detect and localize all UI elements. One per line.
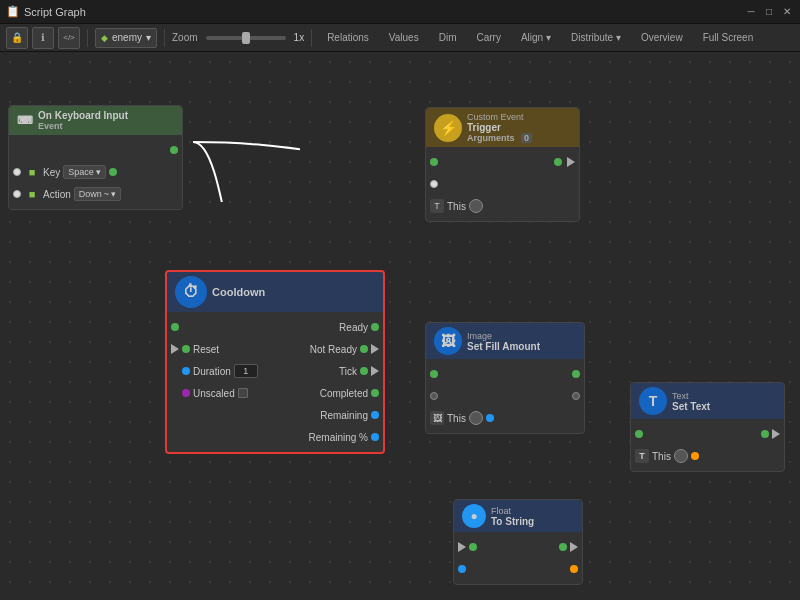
keyboard-title: On Keyboard Input — [38, 110, 128, 121]
float-flow-row — [454, 536, 582, 558]
key-out-port[interactable] — [109, 168, 117, 176]
event-flow-in[interactable] — [430, 158, 438, 166]
lock-button[interactable]: 🔒 — [6, 27, 28, 49]
custom-event-header: ⚡ Custom Event Trigger Arguments 0 — [426, 108, 579, 147]
float-exec-in[interactable] — [458, 542, 466, 552]
align-button[interactable]: Align ▾ — [513, 28, 559, 48]
cooldown-node: ⏱ Cooldown Ready Reset Not Ready — [165, 270, 385, 454]
image-flow-row — [426, 363, 584, 385]
cooldown-title: Cooldown — [212, 286, 265, 298]
key-in-port[interactable] — [13, 168, 21, 176]
enemy-dropdown[interactable]: ◆ enemy ▾ — [95, 28, 157, 48]
zoom-slider[interactable] — [206, 36, 286, 40]
action-icon: ■ — [24, 186, 40, 202]
carry-button[interactable]: Carry — [468, 28, 508, 48]
cd-tick-exec[interactable] — [371, 366, 379, 376]
keyboard-input-node: ⌨ On Keyboard Input Event ■ Key Space ▾ — [8, 105, 183, 210]
close-button[interactable]: ✕ — [780, 5, 794, 19]
text-node: T Text Set Text T This — [630, 382, 785, 472]
keyboard-out-port[interactable] — [170, 146, 178, 154]
event-empty-row — [426, 173, 579, 195]
img-flow-out[interactable] — [572, 370, 580, 378]
cd-remaining-pct-out[interactable] — [371, 433, 379, 441]
overview-button[interactable]: Overview — [633, 28, 691, 48]
float-flow-in[interactable] — [469, 543, 477, 551]
cooldown-remaining-pct-row: Remaining % — [167, 426, 383, 448]
this-icon-event: T — [430, 199, 444, 213]
img-flow-in[interactable] — [430, 370, 438, 378]
txt-this-port[interactable] — [674, 449, 688, 463]
values-button[interactable]: Values — [381, 28, 427, 48]
key-label: Key — [43, 167, 60, 178]
action-dropdown[interactable]: Down ~ ▾ — [74, 187, 121, 201]
fullscreen-button[interactable]: Full Screen — [695, 28, 762, 48]
cd-remaining-out[interactable] — [371, 411, 379, 419]
txt-flow-in[interactable] — [635, 430, 643, 438]
text-header: T Text Set Text — [631, 383, 784, 419]
duration-input[interactable]: 1 — [234, 364, 258, 378]
tick-label: Tick — [310, 366, 357, 377]
event-flow-out[interactable] — [554, 158, 562, 166]
text-this-label: This — [652, 451, 671, 462]
key-dropdown[interactable]: Space ▾ — [63, 165, 106, 179]
cd-exec-out[interactable] — [371, 344, 379, 354]
float-node: ● Float To String — [453, 499, 583, 585]
unscaled-checkbox[interactable] — [238, 388, 248, 398]
float-body — [454, 532, 582, 584]
maximize-button[interactable]: □ — [762, 5, 776, 19]
info-button[interactable]: ℹ — [32, 27, 54, 49]
remaining-pct-label: Remaining % — [271, 432, 368, 443]
canvas[interactable]: ⌨ On Keyboard Input Event ■ Key Space ▾ — [0, 52, 800, 600]
img-this-port[interactable] — [469, 411, 483, 425]
keyboard-key-row: ■ Key Space ▾ — [9, 161, 182, 183]
cooldown-reset-row: Reset Not Ready — [167, 338, 383, 360]
custom-event-subtitle: Custom Event — [467, 112, 532, 122]
not-ready-label: Not Ready — [291, 344, 357, 355]
txt-exec-out[interactable] — [772, 429, 780, 439]
keyboard-icon: ⌨ — [17, 113, 33, 129]
float-val-in[interactable] — [458, 565, 466, 573]
image-node: 🖼 Image Set Fill Amount 🖼 This — [425, 322, 585, 434]
cd-flow-in[interactable] — [171, 323, 179, 331]
event-this-port[interactable] — [469, 199, 483, 213]
cooldown-remaining-row: Remaining — [167, 404, 383, 426]
event-exec-out[interactable] — [567, 157, 575, 167]
txt-orange-in[interactable] — [691, 452, 699, 460]
minimize-button[interactable]: ─ — [744, 5, 758, 19]
code-button[interactable]: </> — [58, 27, 80, 49]
this-icon-image: 🖼 — [430, 411, 444, 425]
cd-reset-in[interactable] — [182, 345, 190, 353]
cd-tick-out[interactable] — [360, 367, 368, 375]
text-icon: T — [639, 387, 667, 415]
cd-exec-in[interactable] — [171, 344, 179, 354]
image-header: 🖼 Image Set Fill Amount — [426, 323, 584, 359]
event-dot-in[interactable] — [430, 180, 438, 188]
relations-button[interactable]: Relations — [319, 28, 377, 48]
text-this-row: T This — [631, 445, 784, 467]
title-bar: 📋 Script Graph ─ □ ✕ — [0, 0, 800, 24]
cd-duration-in[interactable] — [182, 367, 190, 375]
cd-not-ready-out[interactable] — [360, 345, 368, 353]
action-in-port[interactable] — [13, 190, 21, 198]
float-flow-out[interactable] — [559, 543, 567, 551]
distribute-button[interactable]: Distribute ▾ — [563, 28, 629, 48]
custom-event-body: T This — [426, 147, 579, 221]
txt-flow-out[interactable] — [761, 430, 769, 438]
float-exec-out[interactable] — [570, 542, 578, 552]
cd-completed-out[interactable] — [371, 389, 379, 397]
title-bar-text: Script Graph — [24, 6, 86, 18]
completed-label: Completed — [311, 388, 368, 399]
keyboard-subtitle: Event — [38, 121, 128, 131]
float-str-out[interactable] — [570, 565, 578, 573]
cd-ready-out[interactable] — [371, 323, 379, 331]
custom-event-title: Trigger — [467, 122, 532, 133]
img-dot-out[interactable] — [572, 392, 580, 400]
keyboard-body: ■ Key Space ▾ ■ Action Down ~ ▾ — [9, 135, 182, 209]
dim-button[interactable]: Dim — [431, 28, 465, 48]
custom-event-node: ⚡ Custom Event Trigger Arguments 0 — [425, 107, 580, 222]
img-blue-out[interactable] — [486, 414, 494, 422]
img-dot-in[interactable] — [430, 392, 438, 400]
unscaled-label: Unscaled — [193, 388, 235, 399]
cd-unscaled-in[interactable] — [182, 389, 190, 397]
float-subtitle: Float — [491, 506, 534, 516]
